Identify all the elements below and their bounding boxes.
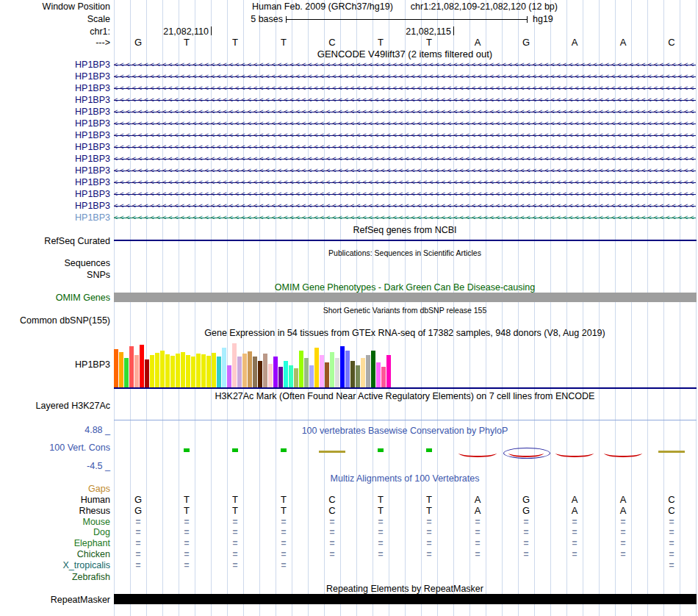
gencode-gene-label[interactable]: HP1BP3 bbox=[0, 142, 110, 152]
gencode-transcript[interactable]: <<<<<<<<<<<<<<<<<<<<<<<<<<<<<<<<<<<<<<<<… bbox=[114, 129, 696, 141]
phylop-mark-negative[interactable] bbox=[458, 449, 497, 457]
gencode-gene-label[interactable]: HP1BP3 bbox=[0, 107, 110, 117]
gtex-tissue-bar[interactable] bbox=[237, 357, 242, 387]
phylop-mark-positive[interactable] bbox=[281, 448, 287, 452]
gencode-transcript[interactable]: <<<<<<<<<<<<<<<<<<<<<<<<<<<<<<<<<<<<<<<<… bbox=[114, 212, 696, 223]
gtex-tissue-bar[interactable] bbox=[258, 361, 262, 387]
gtex-tissue-bar[interactable] bbox=[350, 361, 355, 387]
gencode-gene-label[interactable]: HP1BP3 bbox=[0, 177, 110, 187]
gtex-tissue-bar[interactable] bbox=[320, 355, 324, 387]
gtex-tissue-bar[interactable] bbox=[284, 361, 288, 387]
gencode-gene-label[interactable]: HP1BP3 bbox=[0, 189, 110, 199]
phylop-mark-positive[interactable] bbox=[378, 448, 384, 452]
gtex-tissue-bar[interactable] bbox=[212, 353, 216, 387]
sequences-track-label[interactable]: Sequences bbox=[0, 258, 110, 268]
dbsnp-track-label[interactable]: Common dbSNP(155) bbox=[0, 315, 110, 326]
phylop-mark-negative[interactable] bbox=[555, 449, 594, 457]
gtex-tissue-bar[interactable] bbox=[381, 367, 386, 387]
gencode-gene-label[interactable]: HP1BP3 bbox=[0, 154, 110, 164]
gtex-tissue-bar[interactable] bbox=[217, 357, 221, 387]
phylop-mark-negative[interactable] bbox=[508, 449, 544, 457]
omim-genes-label[interactable]: OMIM Genes bbox=[0, 293, 110, 303]
gencode-transcript[interactable]: <<<<<<<<<<<<<<<<<<<<<<<<<<<<<<<<<<<<<<<<… bbox=[114, 59, 696, 71]
gtex-tissue-bar[interactable] bbox=[242, 354, 247, 387]
gtex-tissue-bar[interactable] bbox=[119, 352, 123, 387]
gencode-transcript[interactable]: <<<<<<<<<<<<<<<<<<<<<<<<<<<<<<<<<<<<<<<<… bbox=[114, 118, 696, 129]
gtex-tissue-bar[interactable] bbox=[268, 364, 273, 387]
omim-genes-bar[interactable] bbox=[114, 293, 697, 302]
gencode-gene-label[interactable]: HP1BP3 bbox=[0, 71, 110, 82]
multiz-species-label[interactable]: Dog bbox=[0, 527, 110, 537]
gencode-transcript[interactable]: <<<<<<<<<<<<<<<<<<<<<<<<<<<<<<<<<<<<<<<<… bbox=[114, 71, 696, 82]
gtex-tissue-bar[interactable] bbox=[325, 362, 329, 387]
gencode-transcript[interactable]: <<<<<<<<<<<<<<<<<<<<<<<<<<<<<<<<<<<<<<<<… bbox=[114, 165, 696, 176]
gencode-transcript[interactable]: <<<<<<<<<<<<<<<<<<<<<<<<<<<<<<<<<<<<<<<<… bbox=[114, 200, 696, 212]
gtex-tissue-bar[interactable] bbox=[227, 365, 231, 387]
phylop-mark-neutral[interactable] bbox=[319, 451, 345, 453]
gtex-tissue-bar[interactable] bbox=[248, 351, 252, 387]
multiz-species-label[interactable]: Chicken bbox=[0, 549, 110, 559]
gtex-tissue-bar[interactable] bbox=[345, 351, 350, 387]
repeatmasker-label[interactable]: RepeatMasker bbox=[0, 595, 110, 605]
gencode-transcript[interactable]: <<<<<<<<<<<<<<<<<<<<<<<<<<<<<<<<<<<<<<<<… bbox=[114, 176, 696, 188]
phylop-mark-negative[interactable] bbox=[604, 449, 642, 457]
gtex-tissue-bar[interactable] bbox=[160, 351, 165, 387]
refseq-gene-line[interactable] bbox=[114, 240, 697, 241]
gencode-gene-label[interactable]: HP1BP3 bbox=[0, 118, 110, 129]
gtex-tissue-bar[interactable] bbox=[129, 346, 134, 387]
multiz-species-label[interactable]: X_tropicalis bbox=[0, 560, 110, 570]
gtex-tissue-bar[interactable] bbox=[196, 354, 201, 387]
snps-track-label[interactable]: SNPs bbox=[0, 270, 110, 280]
gtex-tissue-bar[interactable] bbox=[186, 355, 190, 387]
gtex-tissue-bar[interactable] bbox=[140, 345, 144, 387]
gtex-tissue-bar[interactable] bbox=[201, 354, 206, 387]
gtex-gene-label[interactable]: HP1BP3 bbox=[0, 359, 110, 370]
gtex-tissue-bar[interactable] bbox=[170, 356, 175, 387]
gtex-tissue-bar[interactable] bbox=[263, 354, 267, 387]
gtex-tissue-bar[interactable] bbox=[150, 355, 154, 387]
gencode-gene-label[interactable]: HP1BP3 bbox=[0, 95, 110, 105]
gtex-tissue-bar[interactable] bbox=[114, 349, 118, 387]
repeatmasker-bar[interactable] bbox=[114, 594, 697, 604]
gencode-gene-label[interactable]: HP1BP3 bbox=[0, 212, 110, 223]
multiz-species-label[interactable]: Rhesus bbox=[0, 506, 110, 516]
gencode-transcript[interactable]: <<<<<<<<<<<<<<<<<<<<<<<<<<<<<<<<<<<<<<<<… bbox=[114, 141, 696, 153]
gtex-tissue-bar[interactable] bbox=[376, 362, 381, 387]
gtex-tissue-bar[interactable] bbox=[330, 352, 334, 387]
gencode-gene-label[interactable]: HP1BP3 bbox=[0, 60, 110, 70]
gtex-tissue-bar[interactable] bbox=[181, 352, 185, 387]
gtex-tissue-bar[interactable] bbox=[124, 358, 129, 387]
gtex-tissue-bar[interactable] bbox=[366, 355, 370, 387]
gencode-gene-label[interactable]: HP1BP3 bbox=[0, 165, 110, 176]
gencode-gene-label[interactable]: HP1BP3 bbox=[0, 130, 110, 140]
gtex-tissue-bar[interactable] bbox=[273, 357, 278, 387]
multiz-species-label[interactable]: Zebrafish bbox=[0, 572, 110, 582]
multiz-species-label[interactable]: Elephant bbox=[0, 538, 110, 548]
gencode-transcript[interactable]: <<<<<<<<<<<<<<<<<<<<<<<<<<<<<<<<<<<<<<<<… bbox=[114, 188, 696, 200]
gtex-tissue-bar[interactable] bbox=[165, 354, 170, 387]
gtex-tissue-bar[interactable] bbox=[309, 365, 314, 387]
gencode-transcript[interactable]: <<<<<<<<<<<<<<<<<<<<<<<<<<<<<<<<<<<<<<<<… bbox=[114, 153, 696, 165]
gtex-tissue-bar[interactable] bbox=[222, 348, 226, 387]
gencode-gene-label[interactable]: HP1BP3 bbox=[0, 201, 110, 211]
gtex-tissue-bar[interactable] bbox=[289, 365, 293, 387]
gtex-tissue-bar[interactable] bbox=[232, 343, 237, 387]
phylop-mark-positive[interactable] bbox=[184, 448, 190, 452]
multiz-species-label[interactable]: Mouse bbox=[0, 517, 110, 527]
gencode-transcript[interactable]: <<<<<<<<<<<<<<<<<<<<<<<<<<<<<<<<<<<<<<<<… bbox=[114, 106, 696, 118]
gtex-tissue-bar[interactable] bbox=[206, 356, 211, 387]
h3k27ac-track-label[interactable]: Layered H3K27Ac bbox=[0, 401, 110, 411]
gtex-tissue-bar[interactable] bbox=[340, 346, 345, 387]
gtex-tissue-bar[interactable] bbox=[371, 351, 375, 387]
phylop-mark-positive[interactable] bbox=[232, 448, 238, 452]
gtex-tissue-bar[interactable] bbox=[134, 355, 139, 387]
gtex-tissue-bar[interactable] bbox=[314, 348, 319, 387]
gtex-tissue-bar[interactable] bbox=[361, 358, 365, 387]
multiz-species-label[interactable]: Human bbox=[0, 495, 110, 505]
refseq-curated-label[interactable]: RefSeq Curated bbox=[0, 236, 110, 246]
gtex-tissue-bar[interactable] bbox=[191, 357, 195, 387]
gtex-tissue-bar[interactable] bbox=[386, 355, 391, 387]
gtex-tissue-bar[interactable] bbox=[176, 354, 180, 387]
conservation-track-label[interactable]: 100 Vert. Cons bbox=[0, 443, 110, 453]
gtex-tissue-bar[interactable] bbox=[253, 357, 257, 387]
